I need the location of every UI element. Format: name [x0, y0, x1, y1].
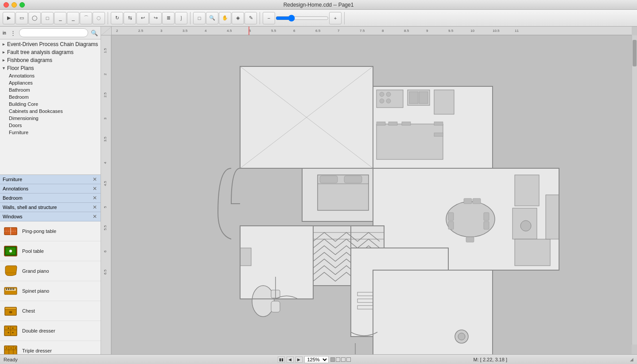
- svg-text:2.5: 2.5: [138, 29, 144, 33]
- svg-point-83: [380, 92, 384, 97]
- page-indicator: [330, 357, 351, 362]
- shape-icon-double-dresser: [3, 323, 19, 339]
- selection-tools: ▶ ▭ ◯ □ ⎯ ⎯ ⌒ ◌: [3, 12, 108, 24]
- close-button[interactable]: [4, 2, 9, 8]
- tree-item-building-core[interactable]: Building Core: [0, 101, 101, 108]
- tree-item-furniture-sub[interactable]: Furniture: [0, 129, 101, 136]
- undo-tool[interactable]: ↩: [136, 12, 149, 24]
- scroll-thumb[interactable]: [633, 40, 637, 66]
- minimize-button[interactable]: [12, 2, 17, 8]
- svg-rect-110: [546, 195, 559, 239]
- pen-tool[interactable]: ✎: [245, 12, 257, 24]
- close-windows-icon[interactable]: ✕: [92, 213, 98, 220]
- connector-tool[interactable]: ⎯: [54, 12, 66, 24]
- list-item[interactable]: Grand piano: [0, 261, 101, 281]
- tree-item-fault-tree[interactable]: ► Fault tree analysis diagrams: [0, 48, 101, 56]
- freehand-tool[interactable]: ◌: [93, 12, 105, 24]
- zoom-out-btn[interactable]: −: [263, 12, 275, 24]
- svg-rect-115: [344, 176, 362, 183]
- ellipse-tool[interactable]: ◯: [28, 12, 41, 24]
- main-area: in ⋮ 🔍 ► Event-Driven Process Chain Diag…: [0, 27, 637, 354]
- svg-rect-12: [12, 288, 12, 290]
- status-text: Ready: [4, 357, 272, 362]
- search-input[interactable]: [19, 28, 88, 37]
- tree-item-floor-plans[interactable]: ▼ Floor Plans: [0, 64, 101, 72]
- svg-point-20: [8, 327, 9, 329]
- grid-view-button[interactable]: ⋮: [9, 28, 18, 37]
- rect-tool[interactable]: ▭: [16, 12, 28, 24]
- redo-tool[interactable]: ↪: [149, 12, 162, 24]
- close-bedroom-icon[interactable]: ✕: [92, 195, 98, 201]
- prev-page-button[interactable]: ◀: [287, 356, 294, 363]
- svg-text:4: 4: [103, 162, 107, 164]
- tree-item-fishbone[interactable]: ► Fishbone diagrams: [0, 56, 101, 64]
- svg-text:8: 8: [382, 29, 384, 33]
- list-item[interactable]: Triple dresser: [0, 341, 101, 355]
- svg-point-86: [386, 99, 391, 103]
- svg-rect-109: [515, 239, 550, 266]
- canvas-viewport[interactable]: up: [112, 35, 632, 354]
- zoom-in-btn[interactable]: +: [329, 12, 342, 24]
- svg-point-84: [386, 92, 391, 97]
- next-page-button[interactable]: ▶: [295, 356, 303, 363]
- svg-point-23: [12, 332, 14, 333]
- svg-text:9.5: 9.5: [448, 29, 454, 33]
- search-button[interactable]: 🔍: [90, 28, 99, 37]
- pause-button[interactable]: ▮▮: [278, 356, 285, 363]
- tree-item-bathroom[interactable]: Bathroom: [0, 86, 101, 93]
- lib-walls[interactable]: Walls, shell and structure ✕: [0, 203, 101, 212]
- svg-rect-99: [448, 213, 454, 221]
- vertical-scrollbar[interactable]: [632, 35, 637, 345]
- tree-item-cabinets[interactable]: Cabinets and Bookcases: [0, 108, 101, 115]
- fit-tool[interactable]: □: [193, 12, 206, 24]
- list-item[interactable]: Double dresser: [0, 321, 101, 341]
- lib-bedroom[interactable]: Bedroom ✕: [0, 194, 101, 203]
- tree-item-bedroom[interactable]: Bedroom: [0, 93, 101, 101]
- svg-rect-105: [466, 237, 474, 242]
- list-item[interactable]: Pool table: [0, 241, 101, 261]
- tree-item-appliances[interactable]: Appliances: [0, 79, 101, 86]
- rotate-tool[interactable]: ↻: [111, 12, 123, 24]
- svg-point-21: [8, 332, 9, 333]
- zoom-slider[interactable]: [276, 15, 329, 22]
- list-item[interactable]: Ping-pong table: [0, 221, 101, 241]
- svg-rect-92: [377, 122, 385, 125]
- line-tool[interactable]: ⎯: [67, 12, 79, 24]
- zoom-select[interactable]: 125% 100% 75% 150%: [304, 356, 329, 363]
- sidebar: in ⋮ 🔍 ► Event-Driven Process Chain Diag…: [0, 27, 101, 354]
- maximize-button[interactable]: [19, 2, 25, 8]
- svg-rect-121: [271, 301, 280, 312]
- svg-rect-129: [373, 270, 493, 354]
- list-item[interactable]: Spinet piano: [0, 281, 101, 301]
- arc-tool[interactable]: ⌒: [80, 12, 92, 24]
- list-item[interactable]: Chest: [0, 301, 101, 321]
- distribute-tool[interactable]: ⦌: [175, 12, 187, 24]
- tree-item-annotations[interactable]: Annotations: [0, 72, 101, 79]
- tree-item-event-driven[interactable]: ► Event-Driven Process Chain Diagrams: [0, 40, 101, 48]
- flip-tool[interactable]: ⇆: [124, 12, 136, 24]
- svg-rect-104: [473, 198, 481, 204]
- select-tool[interactable]: ▶: [3, 12, 15, 24]
- view-tools: □ 🔍 ✋ ◈ ✎: [193, 12, 260, 24]
- tree-item-doors[interactable]: Doors: [0, 122, 101, 129]
- ruler-vertical: 1.5 2 2.5 3 3.5 4 4.5 5 5.5 6 6.5: [101, 35, 112, 354]
- statusbar: Ready ▮▮ ◀ ▶ 125% 100% 75% 150% M: [ 2.2…: [0, 354, 637, 364]
- svg-rect-106: [515, 175, 539, 206]
- sidebar-toolbar: in ⋮ 🔍: [0, 27, 101, 39]
- lib-furniture[interactable]: Furniture ✕: [0, 175, 101, 184]
- close-walls-icon[interactable]: ✕: [92, 204, 98, 210]
- connect-tool[interactable]: ◈: [232, 12, 244, 24]
- lib-windows[interactable]: Windows ✕: [0, 212, 101, 221]
- lib-annotations[interactable]: Annotations ✕: [0, 184, 101, 194]
- svg-text:5: 5: [103, 206, 107, 208]
- zoom-in-tool[interactable]: 🔍: [206, 12, 218, 24]
- shape-tool[interactable]: □: [41, 12, 54, 24]
- svg-line-43: [101, 27, 112, 35]
- close-annotations-icon[interactable]: ✕: [92, 186, 98, 192]
- window-title: Redesign-Home.cdd -- Page1: [284, 2, 354, 8]
- pan-tool[interactable]: ✋: [219, 12, 231, 24]
- svg-point-22: [12, 327, 14, 329]
- tree-item-dimensioning[interactable]: Dimensioning: [0, 115, 101, 122]
- align-tool[interactable]: ≣: [162, 12, 175, 24]
- close-furniture-icon[interactable]: ✕: [92, 176, 98, 182]
